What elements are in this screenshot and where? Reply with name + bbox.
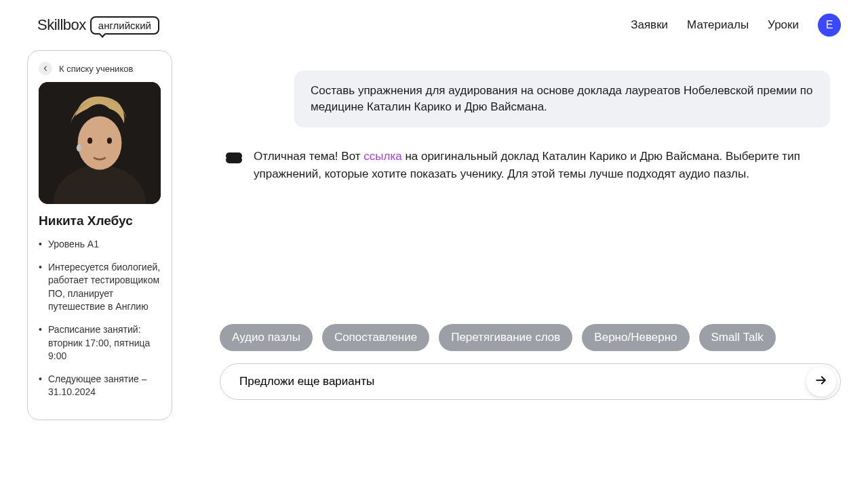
detail-level: Уровень A1 (39, 238, 161, 251)
message-input[interactable] (239, 375, 806, 388)
detail-schedule: Расписание занятий: вторник 17:00, пятни… (39, 323, 161, 363)
svg-point-5 (77, 144, 81, 152)
chat-content: Составь упражнения для аудирования на ос… (220, 50, 841, 420)
top-nav: Заявки Материалы Уроки E (631, 14, 841, 37)
chevron-left-icon (39, 62, 52, 75)
send-button[interactable] (806, 367, 836, 396)
chip-small-talk[interactable]: Small Talk (699, 324, 776, 351)
detail-next: Следующее занятие – 31.10.2024 (39, 373, 161, 399)
logo-brand: Skillbox (37, 16, 86, 34)
svg-point-3 (87, 138, 92, 144)
logo[interactable]: Skillbox английский (37, 16, 159, 35)
suggestion-chips: Аудио пазлы Сопоставление Перетягивание … (220, 324, 841, 351)
student-photo (39, 82, 161, 204)
chip-true-false[interactable]: Верно/Неверно (582, 324, 689, 351)
nav-materials[interactable]: Материалы (687, 18, 749, 32)
arrow-right-icon (814, 373, 828, 389)
ai-message: Отличная тема! Вот ссылка на оригинальны… (254, 148, 810, 184)
svg-rect-10 (229, 152, 239, 163)
back-label: К списку учеников (59, 64, 133, 74)
user-avatar[interactable]: E (818, 14, 841, 37)
back-to-students[interactable]: К списку учеников (39, 62, 161, 75)
student-name: Никита Хлебус (39, 214, 161, 228)
svg-point-2 (78, 116, 122, 169)
user-message: Составь упражнения для аудирования на ос… (294, 70, 830, 127)
message-input-row (220, 363, 841, 400)
ai-avatar-icon (225, 149, 243, 167)
logo-tag: английский (90, 16, 159, 35)
ai-text-pre: Отличная тема! Вот (254, 150, 363, 163)
chip-audio-puzzles[interactable]: Аудио пазлы (220, 324, 313, 351)
svg-point-4 (107, 138, 112, 144)
nav-lessons[interactable]: Уроки (768, 18, 799, 32)
nav-requests[interactable]: Заявки (631, 18, 668, 32)
detail-bio: Интересуется биологией, работает тестиро… (39, 261, 161, 314)
student-details: Уровень A1 Интересуется биологией, работ… (39, 238, 161, 399)
ai-link[interactable]: ссылка (363, 150, 401, 163)
ai-message-row: Отличная тема! Вот ссылка на оригинальны… (225, 148, 841, 184)
student-sidebar: К списку учеников Никита Хлебус Уровень … (27, 50, 172, 420)
chip-matching[interactable]: Сопоставление (322, 324, 429, 351)
chip-drag-words[interactable]: Перетягивание слов (439, 324, 572, 351)
